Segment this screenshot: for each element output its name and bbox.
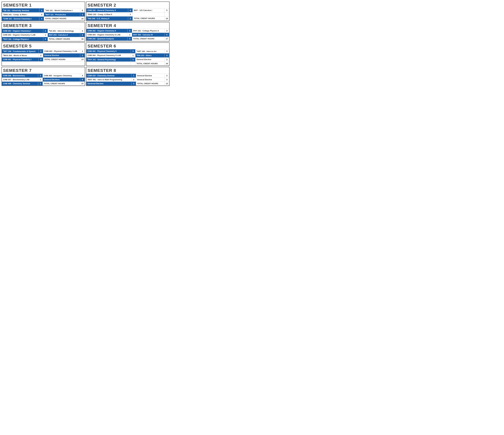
credit-cell: 15 (80, 82, 85, 86)
course-table-7: CHM 306 - Biochemistry3CHM 405 - Inorgan… (2, 74, 85, 86)
credit-cell: 3 (80, 12, 85, 17)
credit-cell: 4 (80, 74, 85, 78)
semester-title-1: SEMESTER 1 (2, 2, 85, 8)
course-name: TOTAL CREDIT HOURS (43, 58, 80, 62)
table-row: CHM 301 - Organic Chemistry I35SA 201 - … (2, 29, 85, 33)
credit-cell: 3 (131, 82, 136, 86)
credit-cell: 1 (38, 82, 43, 86)
course-name: TOTAL CREDIT HOURS (48, 37, 80, 41)
credit-cell: 16 (80, 17, 85, 21)
course-name: CHM 403 - Physical Chemistry I LAB (43, 49, 80, 53)
semester-1: SEMESTER 18GE 101 - University Seminar17… (1, 1, 85, 21)
credit-cell: 3 (80, 29, 85, 33)
course-name: CHM 410 - Chemistry Seminar (86, 74, 132, 78)
course-name: 1ENG 102 - Comp. & Rhet II (86, 12, 128, 17)
credit-cell: 3 (128, 17, 133, 21)
credit-cell (131, 62, 135, 66)
semester-title-6: SEMESTER 6 (86, 43, 169, 49)
credit-cell: 15 (165, 17, 169, 21)
course-name: General Elective (135, 58, 164, 62)
course-name: 6MUS 200 - World of Music (2, 53, 39, 57)
course-name: TOTAL CREDIT HOURS (133, 17, 164, 21)
course-name: TOTAL CREDIT HOURS (44, 17, 80, 21)
course-name: 6ART 100 - Intro to Art (135, 49, 164, 53)
course-table-8: CHM 410 - Chemistry Seminar1General Elec… (86, 74, 169, 86)
credit-cell: 13 (80, 58, 85, 62)
course-name: 4PHY 101 - College Physics I (2, 37, 43, 41)
credit-cell (165, 12, 169, 17)
credit-cell: 4 (128, 9, 133, 12)
course-name: TOTAL CREDIT HOURS (136, 82, 164, 86)
course-name: General Elective (43, 53, 80, 57)
credit-cell: 1 (131, 74, 136, 78)
course-table-2: CHM 102 - General Chemistry II4MAT - 123… (86, 8, 169, 21)
course-name: Genereal Elective (86, 82, 132, 86)
credit-cell: 1 (39, 9, 44, 12)
course-name (86, 62, 131, 66)
course-name: TOTAL CREDIT HOURS (135, 62, 164, 66)
table-row: 8GE 101 - University Seminar17HIS 101 - … (2, 9, 85, 12)
course-name: CHM 306 - Biochemistry (2, 74, 38, 78)
semester-3: SEMESTER 3CHM 301 - Organic Chemistry I3… (1, 22, 85, 41)
course-name: 5HIS 206 - U.S. History II (86, 17, 128, 21)
course-name: General Electives (43, 78, 80, 82)
credit-cell: 3 (43, 29, 48, 33)
course-table-4: CHM 302 - Organic Chemistry II3PHY 102 -… (86, 29, 169, 41)
course-name: 4CHM 101 - General Chemistry I (2, 17, 39, 21)
table-row: 4PHY 101 - College Physics I4TOTAL CREDI… (2, 37, 85, 41)
course-name: CHM 302 - Organic Chemistry II (86, 29, 127, 33)
credit-cell: 1 (43, 33, 48, 37)
course-name: CHM 102 - General Chemistry II (86, 9, 128, 12)
credit-cell: 5 (165, 9, 169, 12)
table-row: CHM 410 - Chemistry Seminar1General Elec… (86, 74, 169, 78)
credit-cell: 3 (165, 74, 169, 78)
credit-cell: 6 (80, 78, 85, 82)
course-name: 1ENG 101 - Comp. & Rhet I (2, 12, 39, 17)
table-row: CHM 102 - General Chemistry II4MAT - 123… (86, 9, 169, 12)
course-name: *MAT 461 - Intro to Math Programming (86, 78, 132, 82)
course-name: TOTAL CREDIT HOURS (43, 82, 80, 86)
table-row: CHM 409 - Chemistry Seminar1TOTAL CREDIT… (2, 82, 85, 86)
course-name: CHM 301 - Organic Chemistry I (2, 29, 43, 33)
course-name: 8GE 101 - University Seminar (2, 9, 39, 12)
course-table-6: CHM 402 - Physical Chemistry II36ART 100… (86, 49, 169, 66)
credit-cell: 3 (38, 58, 43, 62)
course-name: 5SA 201 - Intro to Sociology (48, 29, 80, 33)
credit-cell: 3 (165, 78, 169, 82)
table-row: CHM 304 - Organic Chemistry II LAB1MAT 3… (86, 33, 169, 37)
course-name: CHM 405 - Inorganic Chemistry (43, 74, 80, 78)
table-row: TOTAL CREDIT HOURS16 (86, 62, 169, 66)
table-row: 5HIS 206 - U.S. History II3TOTAL CREDIT … (86, 17, 169, 21)
table-row: CHM 202 - Quantum Analysis4TOTAL CREDIT … (86, 37, 169, 41)
semester-title-5: SEMESTER 5 (2, 43, 85, 49)
semester-6: SEMESTER 6CHM 402 - Physical Chemistry I… (86, 43, 170, 66)
semester-title-3: SEMESTER 3 (2, 22, 85, 29)
semester-5: SEMESTER 52SPT 206 - Fundamentals of Spe… (1, 43, 85, 66)
table-row: CHM 302 - Organic Chemistry II3PHY 102 -… (86, 29, 169, 33)
course-name: General Elective (136, 78, 164, 82)
table-row: CHM 402 - Physical Chemistry II36ART 100… (86, 49, 169, 53)
course-name: CHM 307 - Biochemistry LAB (2, 78, 38, 82)
semester-title-2: SEMESTER 2 (86, 2, 169, 8)
semester-2: SEMESTER 2CHM 102 - General Chemistry II… (86, 1, 170, 21)
course-name: MAT - 123 Calculus I (133, 9, 164, 12)
credit-cell: 4 (39, 17, 44, 21)
course-name (133, 12, 164, 17)
table-row: 1ENG 101 - Comp. & Rhet I33MAT 121 - Pre… (2, 12, 85, 17)
course-plan-grid: SEMESTER 18GE 101 - University Seminar17… (1, 1, 170, 86)
semester-title-8: SEMESTER 8 (86, 67, 169, 74)
credit-cell: 17 (165, 37, 169, 41)
course-name: CHM 304 - Organic Chemistry II LAB (86, 33, 127, 37)
table-row: 1ENG 102 - Comp. & Rhet II3 (86, 12, 169, 17)
table-row: 6MUS 200 - World of Music3General Electi… (2, 53, 85, 57)
semester-8: SEMESTER 8CHM 410 - Chemistry Seminar1Ge… (86, 67, 170, 86)
course-name: CHM 409 - Chemistry Seminar (2, 82, 38, 86)
credit-cell: 3 (165, 53, 169, 57)
semester-7: SEMESTER 7CHM 306 - Biochemistry3CHM 405… (1, 67, 85, 86)
credit-cell: 4 (43, 37, 48, 41)
course-table-3: CHM 301 - Organic Chemistry I35SA 201 - … (2, 29, 85, 41)
course-name: 3MAT 121 - Precalculus (44, 12, 80, 17)
course-table-1: 8GE 101 - University Seminar17HIS 101 - … (2, 8, 85, 21)
credit-cell: 16 (80, 37, 85, 41)
credit-cell: 3 (38, 53, 43, 57)
